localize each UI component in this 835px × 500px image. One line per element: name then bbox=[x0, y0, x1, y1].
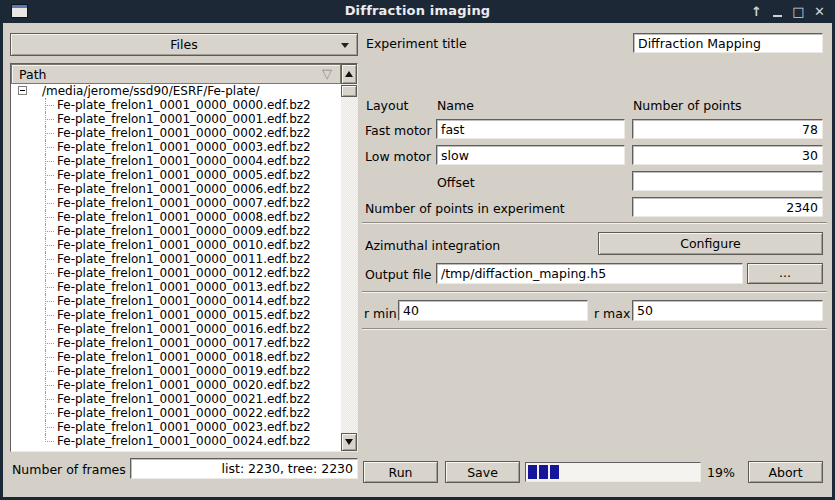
tree-item[interactable]: Fe-plate_frelon1_0001_0000_0024.edf.bz2 bbox=[11, 434, 341, 448]
tree-item[interactable]: Fe-plate_frelon1_0001_0000_0000.edf.bz2 bbox=[11, 98, 341, 112]
name-header: Name bbox=[437, 98, 474, 113]
experiment-title-label: Experiment title bbox=[366, 36, 467, 51]
tree-item[interactable]: Fe-plate_frelon1_0001_0000_0004.edf.bz2 bbox=[11, 154, 341, 168]
tree-item[interactable]: Fe-plate_frelon1_0001_0000_0010.edf.bz2 bbox=[11, 238, 341, 252]
tree-item-label: Fe-plate_frelon1_0001_0000_0001.edf.bz2 bbox=[57, 112, 311, 126]
tree-item-label: Fe-plate_frelon1_0001_0000_0016.edf.bz2 bbox=[57, 322, 311, 336]
configure-button[interactable]: Configure bbox=[598, 232, 823, 255]
progress-bar bbox=[525, 462, 701, 482]
tree-connector bbox=[45, 217, 54, 218]
tree-item-label: Fe-plate_frelon1_0001_0000_0022.edf.bz2 bbox=[57, 406, 311, 420]
maximize-button[interactable]: □ bbox=[791, 4, 806, 20]
scrollbar-thumb[interactable] bbox=[341, 85, 357, 97]
minimize-button[interactable] bbox=[770, 4, 785, 20]
tree-item[interactable]: Fe-plate_frelon1_0001_0000_0002.edf.bz2 bbox=[11, 126, 341, 140]
experiment-title-field[interactable]: Diffraction Mapping bbox=[633, 33, 823, 53]
tree-connector bbox=[45, 343, 54, 344]
scroll-down-icon[interactable] bbox=[341, 433, 357, 451]
offset-field[interactable] bbox=[632, 171, 823, 191]
tree-item[interactable]: Fe-plate_frelon1_0001_0000_0023.edf.bz2 bbox=[11, 420, 341, 434]
tree-item-label: Fe-plate_frelon1_0001_0000_0023.edf.bz2 bbox=[57, 420, 311, 434]
fast-motor-points-field[interactable]: 78 bbox=[632, 119, 823, 139]
tree-item-label: Fe-plate_frelon1_0001_0000_0011.edf.bz2 bbox=[57, 252, 311, 266]
run-button[interactable]: Run bbox=[363, 461, 438, 483]
tree-item[interactable]: Fe-plate_frelon1_0001_0000_0016.edf.bz2 bbox=[11, 322, 341, 336]
tree-item[interactable]: Fe-plate_frelon1_0001_0000_0013.edf.bz2 bbox=[11, 280, 341, 294]
tree-connector bbox=[45, 203, 54, 204]
output-file-label: Output file bbox=[365, 267, 431, 282]
tree-item-label: Fe-plate_frelon1_0001_0000_0012.edf.bz2 bbox=[57, 266, 311, 280]
tree-column-header-path[interactable]: Path ▽ bbox=[11, 64, 341, 84]
tree-connector bbox=[45, 399, 54, 400]
tree-connector bbox=[45, 301, 54, 302]
tree-item[interactable]: Fe-plate_frelon1_0001_0000_0005.edf.bz2 bbox=[11, 168, 341, 182]
tree-item-label: Fe-plate_frelon1_0001_0000_0010.edf.bz2 bbox=[57, 238, 311, 252]
tree-item[interactable]: Fe-plate_frelon1_0001_0000_0001.edf.bz2 bbox=[11, 112, 341, 126]
tree-item[interactable]: Fe-plate_frelon1_0001_0000_0019.edf.bz2 bbox=[11, 364, 341, 378]
tree-item[interactable]: Fe-plate_frelon1_0001_0000_0015.edf.bz2 bbox=[11, 308, 341, 322]
tree-connector bbox=[45, 329, 54, 330]
fast-motor-name-field[interactable]: fast bbox=[436, 119, 625, 139]
tree-item[interactable]: Fe-plate_frelon1_0001_0000_0017.edf.bz2 bbox=[11, 336, 341, 350]
tree-item[interactable]: Fe-plate_frelon1_0001_0000_0008.edf.bz2 bbox=[11, 210, 341, 224]
tree-items: Fe-plate_frelon1_0001_0000_0000.edf.bz2 … bbox=[11, 98, 341, 448]
tree-root-item[interactable]: /media/jerome/ssd90/ESRF/Fe-plate/ bbox=[11, 84, 341, 98]
low-motor-name-field[interactable]: slow bbox=[436, 145, 625, 165]
tree-item-label: Fe-plate_frelon1_0001_0000_0002.edf.bz2 bbox=[57, 126, 311, 140]
tree-item[interactable]: Fe-plate_frelon1_0001_0000_0006.edf.bz2 bbox=[11, 182, 341, 196]
total-points-field[interactable]: 2340 bbox=[632, 197, 823, 217]
tree-connector bbox=[45, 273, 54, 274]
tree-item-label: Fe-plate_frelon1_0001_0000_0003.edf.bz2 bbox=[57, 140, 311, 154]
files-source-label: Files bbox=[170, 37, 197, 52]
save-button[interactable]: Save bbox=[445, 461, 520, 483]
tree-item[interactable]: Fe-plate_frelon1_0001_0000_0018.edf.bz2 bbox=[11, 350, 341, 364]
frames-count-field[interactable]: list: 2230, tree: 2230 bbox=[130, 458, 358, 479]
separator bbox=[362, 291, 827, 293]
tree-item[interactable]: Fe-plate_frelon1_0001_0000_0003.edf.bz2 bbox=[11, 140, 341, 154]
low-motor-label: Low motor bbox=[365, 149, 431, 164]
tree-item[interactable]: Fe-plate_frelon1_0001_0000_0009.edf.bz2 bbox=[11, 224, 341, 238]
rmax-field[interactable]: 50 bbox=[632, 300, 823, 321]
file-tree: Path ▽ /media/jerome/ssd90/ESRF/Fe-plate… bbox=[10, 63, 358, 452]
tree-item[interactable]: Fe-plate_frelon1_0001_0000_0020.edf.bz2 bbox=[11, 378, 341, 392]
progress-percent-label: 19% bbox=[707, 465, 735, 480]
progress-block bbox=[528, 465, 537, 479]
rollup-button[interactable]: ↑ bbox=[749, 4, 764, 20]
tree-connector bbox=[45, 133, 54, 134]
browse-button[interactable]: ... bbox=[747, 263, 823, 284]
tree-item[interactable]: Fe-plate_frelon1_0001_0000_0022.edf.bz2 bbox=[11, 406, 341, 420]
tree-item-label: Fe-plate_frelon1_0001_0000_0015.edf.bz2 bbox=[57, 308, 311, 322]
rmax-label: r max bbox=[594, 306, 630, 321]
close-button[interactable]: ✕ bbox=[812, 4, 827, 20]
titlebar[interactable]: Diffraction imaging ↑ □ ✕ bbox=[0, 0, 835, 23]
app-window: Diffraction imaging ↑ □ ✕ Files Path ▽ /… bbox=[0, 0, 835, 500]
tree-item-label: Fe-plate_frelon1_0001_0000_0004.edf.bz2 bbox=[57, 154, 311, 168]
sort-indicator-icon[interactable]: ▽ bbox=[322, 66, 332, 81]
tree-item-label: Fe-plate_frelon1_0001_0000_0000.edf.bz2 bbox=[57, 98, 311, 112]
abort-button[interactable]: Abort bbox=[748, 461, 823, 483]
tree-connector bbox=[45, 441, 54, 442]
scroll-up-icon[interactable] bbox=[341, 64, 357, 84]
tree-item[interactable]: Fe-plate_frelon1_0001_0000_0007.edf.bz2 bbox=[11, 196, 341, 210]
tree-item-label: Fe-plate_frelon1_0001_0000_0009.edf.bz2 bbox=[57, 224, 311, 238]
files-source-select[interactable]: Files bbox=[10, 33, 358, 56]
chevron-down-icon bbox=[341, 43, 349, 48]
tree-item-label: Fe-plate_frelon1_0001_0000_0024.edf.bz2 bbox=[57, 434, 311, 448]
tree-item[interactable]: Fe-plate_frelon1_0001_0000_0012.edf.bz2 bbox=[11, 266, 341, 280]
output-file-field[interactable]: /tmp/diffaction_maping.h5 bbox=[436, 263, 743, 284]
progress-block bbox=[550, 465, 559, 479]
tree-item[interactable]: Fe-plate_frelon1_0001_0000_0014.edf.bz2 bbox=[11, 294, 341, 308]
low-motor-points-field[interactable]: 30 bbox=[632, 145, 823, 165]
progress-block bbox=[539, 465, 548, 479]
separator bbox=[362, 222, 827, 224]
tree-connector bbox=[45, 105, 54, 106]
window-title: Diffraction imaging bbox=[0, 3, 835, 18]
fast-motor-label: Fast motor bbox=[365, 123, 432, 138]
tree-items-container: /media/jerome/ssd90/ESRF/Fe-plate/ Fe-pl… bbox=[11, 84, 341, 451]
collapse-expander-icon[interactable] bbox=[18, 86, 27, 95]
tree-scrollbar[interactable] bbox=[341, 64, 357, 451]
tree-item[interactable]: Fe-plate_frelon1_0001_0000_0021.edf.bz2 bbox=[11, 392, 341, 406]
rmin-field[interactable]: 40 bbox=[398, 300, 588, 321]
tree-item-label: Fe-plate_frelon1_0001_0000_0013.edf.bz2 bbox=[57, 280, 311, 294]
tree-item[interactable]: Fe-plate_frelon1_0001_0000_0011.edf.bz2 bbox=[11, 252, 341, 266]
